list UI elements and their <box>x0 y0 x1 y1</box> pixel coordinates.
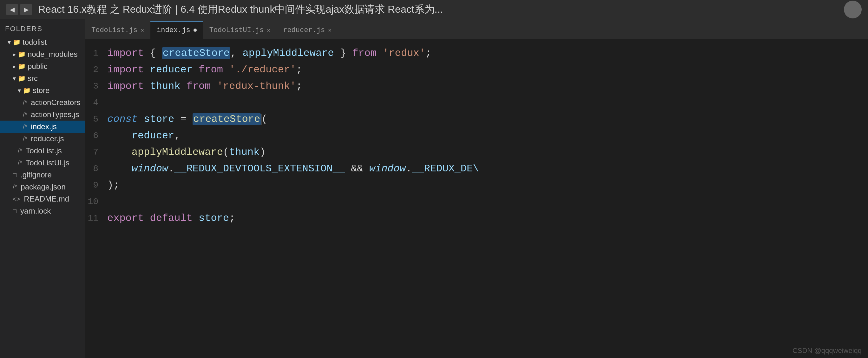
line-number: 5 <box>85 111 107 127</box>
file-icon: /* <box>23 135 27 143</box>
file-label: README.md <box>24 195 69 203</box>
sidebar: FOLDERS ▾ 📁 todolist ▸ 📁 node_modules ▸ … <box>0 19 85 358</box>
close-icon[interactable]: ✕ <box>328 27 332 34</box>
file-label: index.js <box>31 122 57 131</box>
sidebar-item-readme[interactable]: <> README.md <box>0 193 85 205</box>
sidebar-item-todolist[interactable]: ▾ 📁 todolist <box>0 36 85 48</box>
file-label: actionTypes.js <box>31 110 79 119</box>
tab-reducer[interactable]: reducer.js ✕ <box>277 21 338 39</box>
chevron-down-icon: ▾ <box>13 74 16 82</box>
folder-icon: 📁 <box>18 74 26 82</box>
line-number: 11 <box>85 210 107 227</box>
chevron-down-icon: ▾ <box>18 87 21 94</box>
line-content: export default store; <box>107 210 868 227</box>
folder-label: node_modules <box>28 50 78 59</box>
sidebar-item-todolistui-js[interactable]: /* TodoListUI.js <box>0 157 85 169</box>
line-number: 10 <box>85 193 107 210</box>
modified-dot <box>193 29 197 32</box>
close-icon[interactable]: ✕ <box>141 27 144 34</box>
file-icon: /* <box>23 111 27 118</box>
file-label: TodoList.js <box>26 146 62 155</box>
line-number: 6 <box>85 127 107 144</box>
line-number: 7 <box>85 144 107 160</box>
line-number: 2 <box>85 62 107 78</box>
line-content: window.__REDUX_DEVTOOLS_EXTENSION__ && w… <box>107 160 868 177</box>
chevron-down-icon: ▾ <box>8 38 11 46</box>
code-line-4: 4 <box>85 95 868 111</box>
line-content: import thunk from 'redux-thunk'; <box>107 78 868 95</box>
code-line-8: 8 window.__REDUX_DEVTOOLS_EXTENSION__ &&… <box>85 160 868 177</box>
code-editor[interactable]: 1 import { createStore, applyMiddleware … <box>85 39 868 358</box>
code-line-10: 10 <box>85 193 868 210</box>
folder-icon: 📁 <box>13 38 21 46</box>
sidebar-header: FOLDERS <box>0 22 85 36</box>
tab-label: reducer.js <box>283 26 325 34</box>
watermark: CSDN @qqqweiweiqq <box>793 347 862 355</box>
file-icon: /* <box>23 123 27 130</box>
file-label: package.json <box>21 182 65 191</box>
tab-bar: TodoList.js ✕ index.js TodoListUI.js ✕ r… <box>85 19 868 39</box>
main-layout: FOLDERS ▾ 📁 todolist ▸ 📁 node_modules ▸ … <box>0 19 868 358</box>
chevron-right-icon: ▸ <box>13 62 16 70</box>
code-line-1: 1 import { createStore, applyMiddleware … <box>85 45 868 62</box>
avatar <box>844 1 862 19</box>
sidebar-item-actionTypes[interactable]: /* actionTypes.js <box>0 109 85 121</box>
sidebar-item-package[interactable]: /* package.json <box>0 181 85 193</box>
sidebar-item-todolist-js[interactable]: /* TodoList.js <box>0 145 85 157</box>
folder-icon: 📁 <box>23 87 31 94</box>
code-line-5: 5 const store = createStore( <box>85 111 868 127</box>
file-icon: /* <box>13 183 17 191</box>
file-icon: /* <box>23 99 27 106</box>
sidebar-item-node-modules[interactable]: ▸ 📁 node_modules <box>0 48 85 60</box>
sidebar-item-index-js[interactable]: /* index.js <box>0 121 85 133</box>
folder-label: todolist <box>23 38 46 47</box>
file-label: yarn.lock <box>20 207 51 215</box>
tab-index[interactable]: index.js <box>150 21 203 39</box>
tab-todolistui[interactable]: TodoListUI.js ✕ <box>203 21 277 39</box>
file-label: .gitignore <box>20 171 52 179</box>
file-label: TodoListUI.js <box>26 158 69 167</box>
sidebar-item-public[interactable]: ▸ 📁 public <box>0 60 85 72</box>
folder-label: public <box>28 62 48 71</box>
page-title: React 16.x教程 之 Redux进阶 | 6.4 使用Redux thu… <box>38 3 838 17</box>
code-line-9: 9 ); <box>85 177 868 193</box>
file-icon: □ <box>13 171 17 179</box>
line-content: applyMiddleware(thunk) <box>107 144 868 160</box>
code-line-11: 11 export default store; <box>85 210 868 227</box>
line-content: import reducer from './reducer'; <box>107 62 868 78</box>
chevron-right-icon: ▸ <box>13 51 16 58</box>
sidebar-item-yarn[interactable]: □ yarn.lock <box>0 205 85 217</box>
close-icon[interactable]: ✕ <box>267 27 270 34</box>
sidebar-item-reducer[interactable]: /* reducer.js <box>0 133 85 145</box>
tab-todolist[interactable]: TodoList.js ✕ <box>85 21 150 39</box>
file-icon: /* <box>18 159 22 167</box>
folder-label: src <box>28 74 38 83</box>
line-content: import { createStore, applyMiddleware } … <box>107 45 868 62</box>
line-number: 1 <box>85 45 107 62</box>
line-content: reducer, <box>107 127 868 144</box>
forward-button[interactable]: ▶ <box>20 4 32 15</box>
code-line-2: 2 import reducer from './reducer'; <box>85 62 868 78</box>
sidebar-item-store[interactable]: ▾ 📁 store <box>0 84 85 96</box>
line-content: ); <box>107 177 868 193</box>
folder-icon: 📁 <box>18 62 26 70</box>
tab-label: TodoListUI.js <box>209 26 264 34</box>
code-line-3: 3 import thunk from 'redux-thunk'; <box>85 78 868 95</box>
file-label: actionCreators <box>31 98 80 107</box>
line-number: 3 <box>85 78 107 95</box>
tab-label: TodoList.js <box>91 26 137 34</box>
tab-label: index.js <box>157 26 190 34</box>
sidebar-item-actionCreators[interactable]: /* actionCreators <box>0 96 85 109</box>
folder-label: store <box>33 86 50 95</box>
sidebar-item-src[interactable]: ▾ 📁 src <box>0 72 85 84</box>
back-button[interactable]: ◀ <box>6 4 18 15</box>
folder-icon: 📁 <box>18 51 26 58</box>
file-icon: <> <box>13 196 20 203</box>
code-line-6: 6 reducer, <box>85 127 868 144</box>
code-line-7: 7 applyMiddleware(thunk) <box>85 144 868 160</box>
sidebar-item-gitignore[interactable]: □ .gitignore <box>0 169 85 181</box>
file-icon: □ <box>13 208 17 215</box>
file-label: reducer.js <box>31 134 64 143</box>
line-number: 4 <box>85 95 107 111</box>
line-number: 9 <box>85 177 107 193</box>
